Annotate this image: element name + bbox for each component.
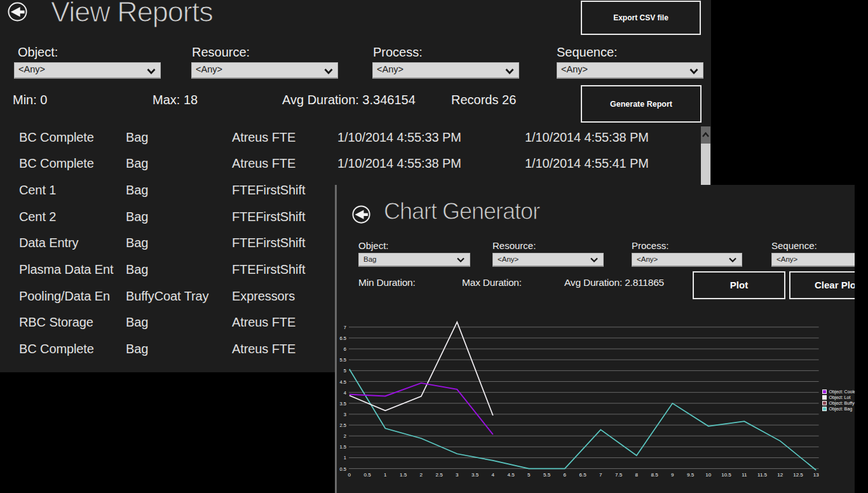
svg-text:9.5: 9.5 xyxy=(687,472,695,478)
svg-text:3: 3 xyxy=(456,472,459,478)
svg-text:9: 9 xyxy=(671,472,674,478)
svg-text:7: 7 xyxy=(599,472,602,478)
svg-text:8.5: 8.5 xyxy=(651,472,658,478)
svg-text:Object: Bag: Object: Bag xyxy=(829,407,853,412)
svg-text:3: 3 xyxy=(344,412,346,417)
svg-text:8: 8 xyxy=(635,472,639,478)
svg-text:11.5: 11.5 xyxy=(757,472,768,478)
svg-text:3.5: 3.5 xyxy=(471,472,479,478)
svg-text:0: 0 xyxy=(348,472,351,478)
svg-text:6: 6 xyxy=(564,472,567,478)
svg-text:1: 1 xyxy=(344,455,346,461)
svg-text:5: 5 xyxy=(527,472,531,478)
svg-text:4: 4 xyxy=(492,472,495,478)
svg-text:5.5: 5.5 xyxy=(340,357,346,363)
svg-text:0.5: 0.5 xyxy=(340,466,346,472)
svg-text:6.5: 6.5 xyxy=(340,335,346,341)
svg-text:5: 5 xyxy=(344,368,346,374)
svg-text:0.5: 0.5 xyxy=(363,472,371,478)
svg-text:6: 6 xyxy=(344,346,346,352)
svg-text:1.5: 1.5 xyxy=(340,444,346,450)
svg-text:2.5: 2.5 xyxy=(435,472,443,478)
svg-text:6.5: 6.5 xyxy=(579,472,587,478)
svg-text:7: 7 xyxy=(344,325,346,330)
svg-text:2.5: 2.5 xyxy=(340,422,346,428)
svg-text:Object: Coole: Object: Coole xyxy=(829,389,855,395)
svg-text:5.5: 5.5 xyxy=(543,472,551,478)
svg-text:12.5: 12.5 xyxy=(793,472,803,478)
svg-text:11: 11 xyxy=(742,472,747,478)
svg-text:3.5: 3.5 xyxy=(340,401,346,407)
svg-text:10: 10 xyxy=(705,472,711,478)
svg-text:2: 2 xyxy=(420,472,423,478)
svg-text:12: 12 xyxy=(777,472,783,478)
svg-text:Object: BuffyC: Object: BuffyC xyxy=(829,401,855,406)
svg-text:1: 1 xyxy=(384,472,387,478)
svg-text:Object: Lot: Object: Lot xyxy=(829,395,851,400)
svg-text:4.5: 4.5 xyxy=(340,379,346,385)
svg-text:7.5: 7.5 xyxy=(615,472,623,478)
svg-text:10.5: 10.5 xyxy=(721,472,731,478)
svg-text:2: 2 xyxy=(344,433,346,439)
svg-text:13: 13 xyxy=(813,472,819,478)
svg-text:4: 4 xyxy=(344,390,346,396)
svg-text:4.5: 4.5 xyxy=(507,472,515,478)
svg-text:1.5: 1.5 xyxy=(400,472,407,478)
